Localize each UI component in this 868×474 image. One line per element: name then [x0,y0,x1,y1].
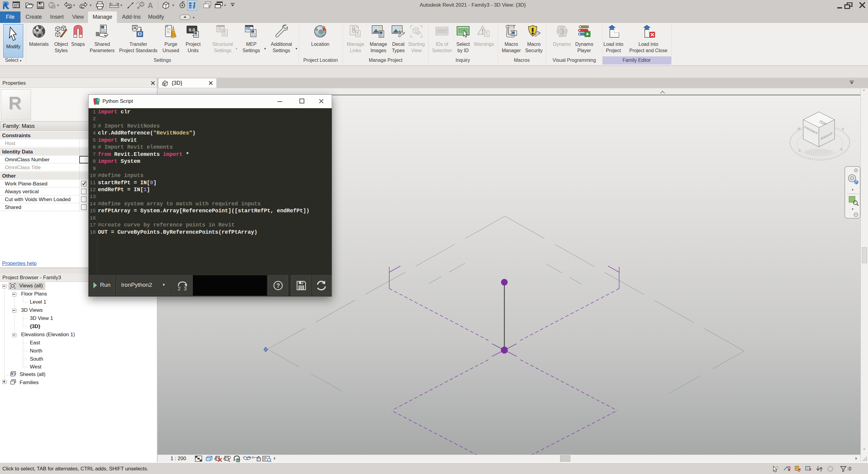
svg-text:2: 2 [178,286,181,292]
svg-text:MEP: MEP [246,28,251,30]
svg-text:S: S [798,148,801,153]
svg-text:3: 3 [184,286,186,292]
svg-text:E: E [840,147,843,151]
svg-text:W: W [797,126,801,131]
svg-text:1: 1 [141,3,143,6]
svg-text:S: S [218,27,221,31]
svg-text:N: N [841,127,844,131]
svg-text:?: ? [276,282,280,289]
